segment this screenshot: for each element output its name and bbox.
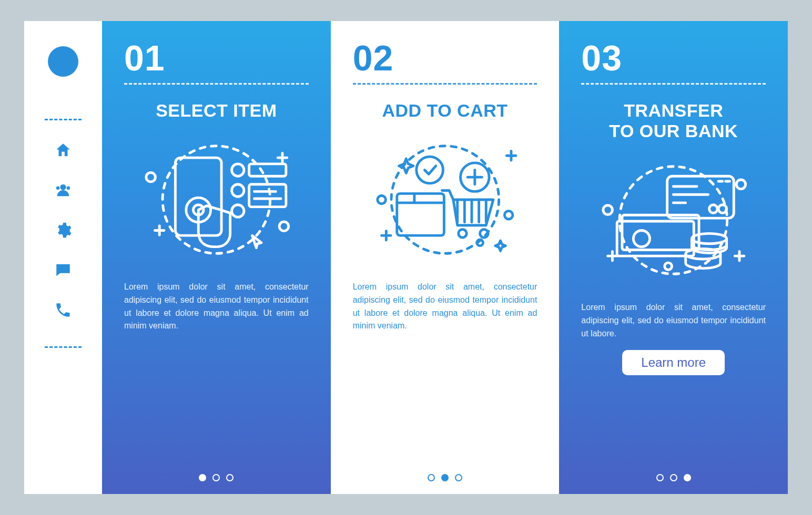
sidebar-divider-top xyxy=(45,119,82,120)
bank-transfer-illustration xyxy=(581,152,766,289)
onboarding-frame: 01 SELECT ITEM xyxy=(24,21,788,494)
learn-more-button[interactable]: Learn more xyxy=(622,350,725,375)
svg-point-34 xyxy=(709,205,718,213)
svg-point-37 xyxy=(634,231,650,247)
add-to-cart-illustration xyxy=(353,131,537,268)
svg-point-24 xyxy=(480,230,488,238)
step-body: Lorem ipsum dolor sit amet, consectetur … xyxy=(581,301,766,340)
svg-point-27 xyxy=(476,240,483,246)
svg-point-8 xyxy=(232,205,244,217)
svg-point-26 xyxy=(504,211,513,220)
select-item-illustration xyxy=(124,131,309,268)
logo-dot xyxy=(48,46,78,77)
home-icon[interactable] xyxy=(54,141,72,159)
step-title: TRANSFER TO OUR BANK xyxy=(581,100,766,141)
step-body: Lorem ipsum dolor sit amet, consectetur … xyxy=(353,281,537,333)
svg-point-33 xyxy=(718,205,727,213)
pager-dot[interactable] xyxy=(226,474,234,481)
phone-icon[interactable] xyxy=(54,301,72,319)
svg-point-41 xyxy=(736,180,746,189)
svg-point-25 xyxy=(377,195,385,204)
gear-icon[interactable] xyxy=(54,221,72,239)
svg-point-38 xyxy=(692,234,727,244)
svg-point-13 xyxy=(146,172,156,182)
pager-dot[interactable] xyxy=(199,474,206,481)
svg-point-1 xyxy=(67,186,70,190)
panel-divider xyxy=(581,83,766,85)
svg-point-14 xyxy=(279,222,289,231)
svg-point-40 xyxy=(603,205,613,215)
step-panel-2: 02 ADD TO CART xyxy=(331,21,560,494)
panel-divider xyxy=(353,83,537,85)
svg-rect-10 xyxy=(249,184,286,207)
pager-dot[interactable] xyxy=(656,474,664,481)
pager-dot[interactable] xyxy=(670,474,677,481)
pager-dots[interactable] xyxy=(102,474,331,481)
step-panel-3: 03 TRANSFER TO OUR BANK xyxy=(559,21,788,494)
svg-rect-9 xyxy=(249,164,286,176)
pager-dot[interactable] xyxy=(428,474,435,481)
pager-dot[interactable] xyxy=(684,474,691,481)
step-number: 03 xyxy=(581,40,766,76)
step-body: Lorem ipsum dolor sit amet, consectetur … xyxy=(124,281,309,333)
sidebar xyxy=(24,21,102,494)
svg-point-0 xyxy=(56,186,60,190)
svg-rect-20 xyxy=(397,193,444,235)
panel-divider xyxy=(124,83,309,85)
step-number: 02 xyxy=(353,40,537,76)
pager-dot[interactable] xyxy=(441,474,449,481)
pager-dot[interactable] xyxy=(212,474,220,481)
chat-icon[interactable] xyxy=(54,261,72,279)
svg-point-7 xyxy=(232,184,244,197)
svg-point-42 xyxy=(665,263,672,270)
step-title: SELECT ITEM xyxy=(124,100,309,121)
sidebar-divider-bottom xyxy=(45,346,82,348)
step-panel-1: 01 SELECT ITEM xyxy=(102,21,331,494)
step-title: ADD TO CART xyxy=(353,100,537,121)
pager-dots[interactable] xyxy=(559,474,788,481)
svg-point-6 xyxy=(232,164,244,176)
panels: 01 SELECT ITEM xyxy=(102,21,788,494)
svg-point-23 xyxy=(458,230,466,238)
svg-point-16 xyxy=(416,157,443,183)
pager-dots[interactable] xyxy=(331,474,560,481)
step-number: 01 xyxy=(124,40,309,76)
pager-dot[interactable] xyxy=(455,474,462,481)
users-icon[interactable] xyxy=(54,181,72,199)
